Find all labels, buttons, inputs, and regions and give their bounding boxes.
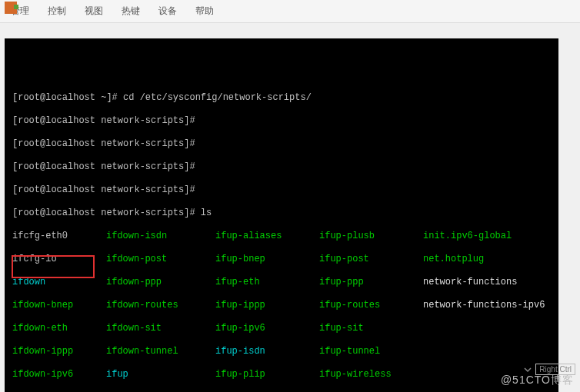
- file: ifdown-isdn: [106, 231, 215, 242]
- file: ifup-plip: [215, 369, 319, 380]
- file: ifup-eth: [215, 277, 319, 288]
- vm-viewport: [root@localhost ~]# cd /etc/sysconfig/ne…: [0, 23, 580, 392]
- file: ifdown-tunnel: [106, 346, 215, 357]
- menu-control[interactable]: 控制: [43, 3, 71, 19]
- prompt: [root@localhost ~]#: [12, 92, 118, 103]
- file: ifdown-eth: [12, 323, 106, 334]
- prompt: [root@localhost network-scripts]#: [12, 115, 195, 126]
- file: ifdown-ippp: [12, 346, 106, 357]
- watermark: @51CTO博客: [501, 374, 574, 387]
- file: network-functions-ipv6: [423, 300, 545, 311]
- file: ifdown-ppp: [106, 277, 215, 288]
- file: ifdown-ipv6: [12, 369, 106, 380]
- file: ifcfg-lo: [12, 254, 106, 265]
- file: ifup-aliases: [215, 231, 319, 242]
- file: init.ipv6-global: [423, 231, 512, 242]
- file: ifup-plusb: [319, 231, 423, 242]
- file: ifdown: [12, 277, 106, 288]
- menu-hotkeys[interactable]: 热键: [117, 3, 145, 19]
- file: ifup-ipv6: [215, 323, 319, 334]
- file: ifup-ppp: [319, 277, 423, 288]
- prompt: [root@localhost network-scripts]#: [12, 161, 195, 172]
- file: ifdown-post: [106, 254, 215, 265]
- file: ifup-isdn: [215, 346, 319, 357]
- prompt: [root@localhost network-scripts]#: [12, 208, 195, 218]
- file: ifup: [106, 369, 215, 380]
- vm-tab-icon: [5, 2, 17, 14]
- prompt: [root@localhost network-scripts]#: [12, 184, 195, 195]
- file: ifup-routes: [319, 300, 423, 311]
- menu-view[interactable]: 视图: [80, 3, 108, 19]
- file: ifcfg-eth0: [12, 231, 106, 242]
- file: net.hotplug: [423, 254, 484, 265]
- file: ifdown-sit: [106, 323, 215, 334]
- file: ifup-ippp: [215, 300, 319, 311]
- menu-devices[interactable]: 设备: [154, 3, 182, 19]
- file: ifup-tunnel: [319, 346, 423, 357]
- arrow-down-icon: [523, 365, 532, 374]
- file: ifup-wireless: [319, 369, 423, 380]
- file: ifup-post: [319, 254, 423, 265]
- cmd-cd: cd /etc/sysconfig/network-scripts/: [123, 92, 312, 103]
- terminal[interactable]: [root@localhost ~]# cd /etc/sysconfig/ne…: [5, 38, 558, 392]
- file: ifup-bnep: [215, 254, 319, 265]
- prompt: [root@localhost network-scripts]#: [12, 138, 195, 149]
- cmd-ls: ls: [201, 208, 212, 218]
- menubar: 管理 控制 视图 热键 设备 帮助: [0, 0, 580, 23]
- file: ifdown-bnep: [12, 300, 106, 311]
- menu-help[interactable]: 帮助: [191, 3, 218, 19]
- file: network-functions: [423, 277, 517, 288]
- file: ifdown-routes: [106, 300, 215, 311]
- file: ifup-sit: [319, 323, 423, 334]
